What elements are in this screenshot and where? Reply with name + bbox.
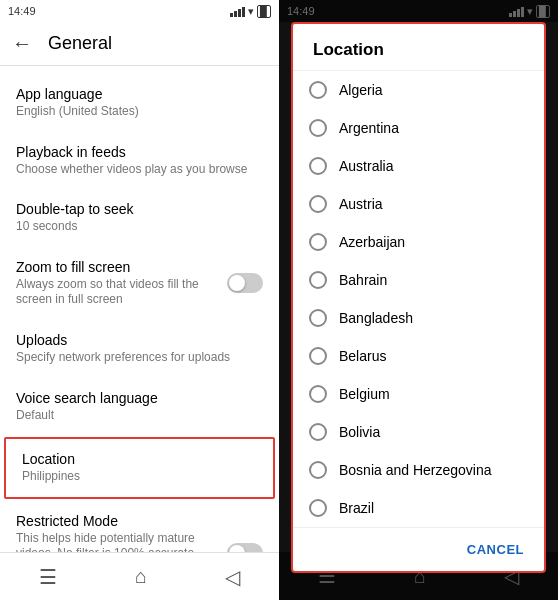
- location-dialog: Location AlgeriaArgentinaAustraliaAustri…: [291, 22, 546, 573]
- list-item[interactable]: Belgium: [293, 375, 544, 413]
- status-time-left: 14:49: [8, 5, 36, 17]
- country-list: AlgeriaArgentinaAustraliaAustriaAzerbaij…: [293, 71, 544, 527]
- setting-desc: Choose whether videos play as you browse: [16, 162, 263, 178]
- setting-label: Double-tap to seek: [16, 201, 263, 217]
- list-item[interactable]: Azerbaijan: [293, 223, 544, 261]
- country-name: Australia: [339, 158, 393, 174]
- nav-menu-icon[interactable]: ☰: [39, 565, 57, 589]
- setting-label: App language: [16, 86, 263, 102]
- status-icons-left: ▾ ▉: [230, 5, 271, 18]
- country-name: Brazil: [339, 500, 374, 516]
- radio-button[interactable]: [309, 499, 327, 517]
- setting-double-tap[interactable]: Double-tap to seek 10 seconds: [0, 189, 279, 247]
- setting-playback[interactable]: Playback in feeds Choose whether videos …: [0, 132, 279, 190]
- setting-label: Uploads: [16, 332, 263, 348]
- setting-zoom[interactable]: Zoom to fill screen Always zoom so that …: [0, 247, 279, 320]
- setting-restricted[interactable]: Restricted Mode This helps hide potentia…: [0, 501, 279, 552]
- setting-app-language[interactable]: App language English (United States): [0, 74, 279, 132]
- setting-location[interactable]: Location Philippines: [4, 437, 275, 499]
- list-item[interactable]: Brazil: [293, 489, 544, 527]
- restricted-toggle[interactable]: [227, 543, 263, 552]
- signal-icon: [230, 5, 245, 17]
- restricted-text: Restricted Mode This helps hide potentia…: [16, 513, 219, 552]
- status-bar-left: 14:49 ▾ ▉: [0, 0, 279, 22]
- country-name: Belarus: [339, 348, 386, 364]
- setting-label: Location: [22, 451, 257, 467]
- list-item[interactable]: Bolivia: [293, 413, 544, 451]
- time-left: 14:49: [8, 5, 36, 17]
- setting-uploads[interactable]: Uploads Specify network preferences for …: [0, 320, 279, 378]
- dialog-actions: CANCEL: [293, 527, 544, 571]
- setting-label: Restricted Mode: [16, 513, 219, 529]
- radio-button[interactable]: [309, 309, 327, 327]
- setting-label: Playback in feeds: [16, 144, 263, 160]
- battery-icon: ▉: [257, 5, 271, 18]
- radio-button[interactable]: [309, 423, 327, 441]
- left-panel: 14:49 ▾ ▉ ← General App language English…: [0, 0, 279, 600]
- list-item[interactable]: Algeria: [293, 71, 544, 109]
- country-name: Bolivia: [339, 424, 380, 440]
- setting-label: Zoom to fill screen: [16, 259, 227, 275]
- country-name: Bangladesh: [339, 310, 413, 326]
- setting-desc: This helps hide potentially mature video…: [16, 531, 219, 552]
- list-item[interactable]: Belarus: [293, 337, 544, 375]
- radio-button[interactable]: [309, 195, 327, 213]
- country-name: Bosnia and Herzegovina: [339, 462, 492, 478]
- country-name: Bahrain: [339, 272, 387, 288]
- setting-voice-search[interactable]: Voice search language Default: [0, 378, 279, 436]
- nav-home-icon[interactable]: ⌂: [135, 565, 147, 588]
- country-name: Belgium: [339, 386, 390, 402]
- setting-desc: Always zoom so that videos fill the scre…: [16, 277, 227, 308]
- setting-desc: Default: [16, 408, 263, 424]
- zoom-toggle[interactable]: [227, 273, 263, 293]
- dialog-overlay: Location AlgeriaArgentinaAustraliaAustri…: [279, 0, 558, 600]
- setting-label: Voice search language: [16, 390, 263, 406]
- dialog-title: Location: [293, 24, 544, 71]
- setting-desc: English (United States): [16, 104, 263, 120]
- radio-button[interactable]: [309, 233, 327, 251]
- list-item[interactable]: Argentina: [293, 109, 544, 147]
- country-name: Azerbaijan: [339, 234, 405, 250]
- page-title: General: [48, 33, 112, 54]
- restricted-toggle-row: Restricted Mode This helps hide potentia…: [16, 513, 263, 552]
- radio-button[interactable]: [309, 461, 327, 479]
- zoom-text: Zoom to fill screen Always zoom so that …: [16, 259, 227, 308]
- radio-button[interactable]: [309, 347, 327, 365]
- country-name: Algeria: [339, 82, 383, 98]
- radio-button[interactable]: [309, 81, 327, 99]
- list-item[interactable]: Bosnia and Herzegovina: [293, 451, 544, 489]
- country-name: Argentina: [339, 120, 399, 136]
- right-panel: 14:49 ▾ ▉ Ap En Pl Ch Do 10 Zo Al Locati…: [279, 0, 558, 600]
- back-button[interactable]: ←: [12, 32, 32, 55]
- radio-button[interactable]: [309, 119, 327, 137]
- cancel-button[interactable]: CANCEL: [459, 536, 532, 563]
- list-item[interactable]: Bangladesh: [293, 299, 544, 337]
- radio-button[interactable]: [309, 271, 327, 289]
- list-item[interactable]: Bahrain: [293, 261, 544, 299]
- list-item[interactable]: Australia: [293, 147, 544, 185]
- toolbar-left: ← General: [0, 22, 279, 66]
- bottom-nav-left: ☰ ⌂ ◁: [0, 552, 279, 600]
- nav-back-icon[interactable]: ◁: [225, 565, 240, 589]
- setting-desc: 10 seconds: [16, 219, 263, 235]
- radio-button[interactable]: [309, 157, 327, 175]
- country-name: Austria: [339, 196, 383, 212]
- settings-list: App language English (United States) Pla…: [0, 66, 279, 552]
- radio-button[interactable]: [309, 385, 327, 403]
- list-item[interactable]: Austria: [293, 185, 544, 223]
- wifi-icon: ▾: [248, 5, 254, 18]
- zoom-toggle-row: Zoom to fill screen Always zoom so that …: [16, 259, 263, 308]
- setting-desc: Specify network preferences for uploads: [16, 350, 263, 366]
- setting-desc: Philippines: [22, 469, 257, 485]
